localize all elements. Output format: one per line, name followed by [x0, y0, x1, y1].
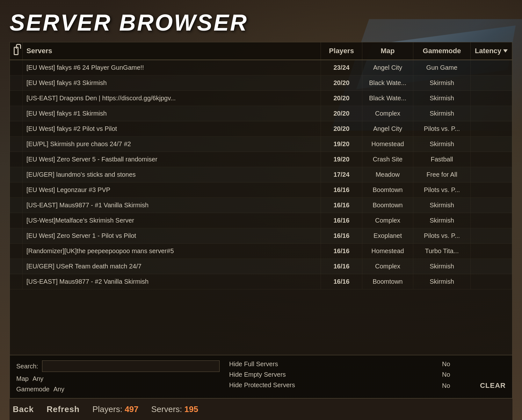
th-lock[interactable]: [10, 42, 23, 60]
td-lock-5: [10, 137, 23, 152]
td-name-4: [EU West] fakys #2 Pilot vs Pilot: [23, 121, 321, 136]
td-gamemode-14: Skirmish: [413, 274, 471, 289]
td-map-3: Complex: [362, 106, 413, 121]
filter-bar: Search: Map Any Gamemode Any Hide Full S…: [10, 355, 512, 398]
td-lock-13: [10, 259, 23, 274]
td-gamemode-5: Skirmish: [413, 137, 471, 152]
td-gamemode-2: Skirmish: [413, 91, 471, 106]
table-row[interactable]: [EU/GER] laundmo's sticks and stones 17/…: [10, 167, 512, 182]
td-lock-9: [10, 198, 23, 213]
page-title: SERVER BROWSER: [10, 10, 512, 36]
table-row[interactable]: [EU West] fakys #1 Skirmish 20/20 Comple…: [10, 106, 512, 121]
lock-icon: [14, 47, 18, 55]
td-latency-5: [471, 137, 512, 152]
filter-mid-col: Hide Full Servers Hide Empty Servers Hid…: [229, 360, 432, 393]
td-players-7: 17/24: [321, 167, 362, 182]
td-gamemode-3: Skirmish: [413, 106, 471, 121]
td-players-0: 23/24: [321, 60, 362, 75]
table-row[interactable]: [EU West] Zero Server 1 - Pilot vs Pilot…: [10, 228, 512, 244]
td-map-9: Boomtown: [362, 198, 413, 213]
td-latency-11: [471, 228, 512, 243]
hide-protected-row: Hide Protected Servers: [229, 381, 432, 389]
table-row[interactable]: [US-EAST] Maus9877 - #1 Vanilla Skirmish…: [10, 198, 512, 213]
td-lock-10: [10, 213, 23, 228]
td-players-6: 19/20: [321, 152, 362, 167]
map-filter-value[interactable]: Any: [33, 375, 43, 382]
td-latency-13: [471, 259, 512, 274]
gamemode-filter-value[interactable]: Any: [54, 386, 64, 393]
td-lock-1: [10, 75, 23, 90]
td-name-0: [EU West] fakys #6 24 Player GunGame!!: [23, 60, 321, 75]
td-players-9: 16/16: [321, 198, 362, 213]
td-players-12: 16/16: [321, 244, 362, 259]
td-players-13: 16/16: [321, 259, 362, 274]
td-map-4: Angel City: [362, 121, 413, 136]
hide-full-label: Hide Full Servers: [229, 360, 278, 368]
td-lock-7: [10, 167, 23, 182]
map-filter-label: Map: [16, 375, 29, 382]
table-row[interactable]: [US-West]Metalface's Skrimish Server 16/…: [10, 213, 512, 228]
hide-full-toggle[interactable]: No: [442, 360, 450, 368]
gamemode-row: Gamemode Any: [16, 386, 220, 393]
td-gamemode-12: Turbo Tita...: [413, 244, 471, 259]
clear-button[interactable]: CLEAR: [480, 381, 506, 390]
table-row[interactable]: [Randomizer][UK]the peepeepoopoo mans se…: [10, 244, 512, 259]
td-players-5: 19/20: [321, 137, 362, 152]
td-name-13: [EU/GER] USeR Team death match 24/7: [23, 259, 321, 274]
td-players-1: 20/20: [321, 75, 362, 90]
search-input[interactable]: [42, 360, 220, 372]
table-row[interactable]: [US-EAST] Maus9877 - #2 Vanilla Skirmish…: [10, 274, 512, 289]
td-map-8: Boomtown: [362, 182, 413, 197]
search-row: Search:: [16, 360, 220, 372]
th-latency[interactable]: Latency: [471, 42, 512, 60]
table-body[interactable]: [EU West] fakys #6 24 Player GunGame!! 2…: [10, 60, 512, 355]
td-latency-8: [471, 182, 512, 197]
td-gamemode-4: Pilots vs. P...: [413, 121, 471, 136]
back-button[interactable]: Back: [13, 404, 34, 414]
td-latency-7: [471, 167, 512, 182]
td-gamemode-0: Gun Game: [413, 60, 471, 75]
gamemode-filter-label: Gamemode: [16, 386, 50, 393]
main-container: SERVER BROWSER Servers Players Map Gamem…: [0, 0, 522, 420]
th-gamemode[interactable]: Gamemode: [413, 42, 471, 60]
table-header: Servers Players Map Gamemode Latency: [10, 42, 512, 60]
server-table-wrapper: Servers Players Map Gamemode Latency: [10, 42, 512, 398]
table-row[interactable]: [US-EAST] Dragons Den | https://discord.…: [10, 91, 512, 106]
filter-right-col: No No No CLEAR: [442, 360, 506, 393]
td-lock-12: [10, 244, 23, 259]
table-row[interactable]: [EU/PL] Skirmish pure chaos 24/7 #2 19/2…: [10, 137, 512, 152]
hide-protected-toggle[interactable]: No: [442, 382, 450, 389]
td-lock-6: [10, 152, 23, 167]
table-row[interactable]: [EU West] fakys #2 Pilot vs Pilot 20/20 …: [10, 121, 512, 137]
refresh-button[interactable]: Refresh: [47, 404, 80, 414]
th-players[interactable]: Players: [321, 42, 362, 60]
td-name-9: [US-EAST] Maus9877 - #1 Vanilla Skirmish: [23, 198, 321, 213]
td-players-3: 20/20: [321, 106, 362, 121]
th-map[interactable]: Map: [362, 42, 413, 60]
td-lock-11: [10, 228, 23, 243]
td-map-1: Black Wate...: [362, 75, 413, 90]
td-name-3: [EU West] fakys #1 Skirmish: [23, 106, 321, 121]
th-servers[interactable]: Servers: [23, 42, 321, 60]
table-row[interactable]: [EU West] Zero Server 5 - Fastball rando…: [10, 152, 512, 167]
table-row[interactable]: [EU West] Legonzaur #3 PVP 16/16 Boomtow…: [10, 182, 512, 198]
td-map-14: Boomtown: [362, 274, 413, 289]
td-players-11: 16/16: [321, 228, 362, 243]
td-map-7: Meadow: [362, 167, 413, 182]
hide-empty-row: Hide Empty Servers: [229, 371, 432, 378]
td-lock-3: [10, 106, 23, 121]
table-row[interactable]: [EU West] fakys #6 24 Player GunGame!! 2…: [10, 60, 512, 75]
td-gamemode-1: Skirmish: [413, 75, 471, 90]
td-map-6: Crash Site: [362, 152, 413, 167]
td-name-11: [EU West] Zero Server 1 - Pilot vs Pilot: [23, 228, 321, 243]
td-name-1: [EU West] fakys #3 Skirmish: [23, 75, 321, 90]
players-count: 497: [125, 404, 138, 414]
table-row[interactable]: [EU/GER] USeR Team death match 24/7 16/1…: [10, 259, 512, 274]
hide-empty-toggle[interactable]: No: [442, 371, 450, 378]
td-lock-0: [10, 60, 23, 75]
hide-empty-val-row: No: [442, 371, 506, 378]
map-row: Map Any: [16, 375, 220, 382]
td-gamemode-8: Pilots vs. P...: [413, 182, 471, 197]
td-name-10: [US-West]Metalface's Skrimish Server: [23, 213, 321, 228]
table-row[interactable]: [EU West] fakys #3 Skirmish 20/20 Black …: [10, 75, 512, 91]
